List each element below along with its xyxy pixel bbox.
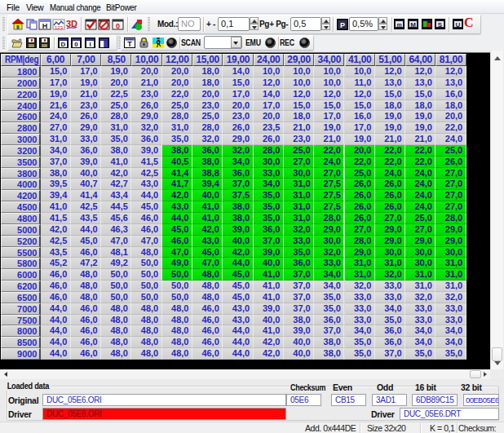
svg-text:I: I <box>89 41 91 48</box>
svg-text:U: U <box>456 21 461 29</box>
svg-text:P: P <box>340 21 345 29</box>
svg-text:m: m <box>396 22 401 28</box>
svg-text:H: H <box>42 22 48 30</box>
svg-text:123: 123 <box>55 25 64 30</box>
svg-text:S: S <box>438 21 443 29</box>
svg-text:M: M <box>410 21 416 29</box>
svg-text:T: T <box>127 40 132 48</box>
svg-text:0: 0 <box>116 22 120 30</box>
svg-text:D: D <box>61 41 66 48</box>
svg-text:0: 0 <box>74 41 78 48</box>
